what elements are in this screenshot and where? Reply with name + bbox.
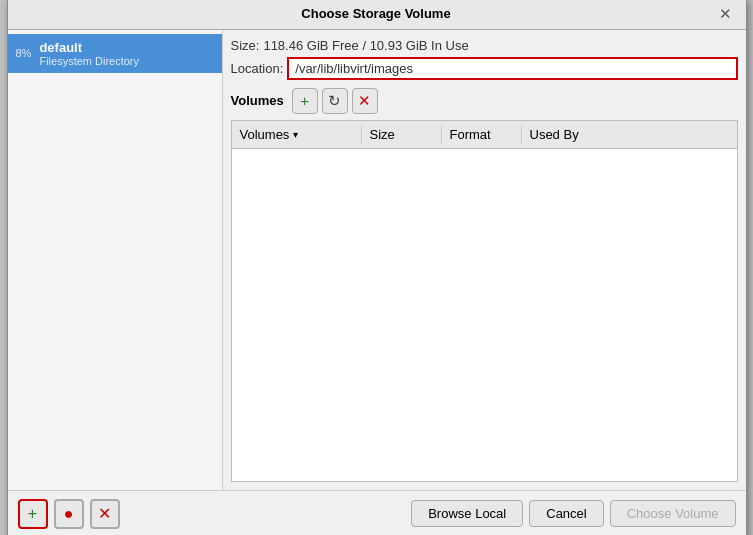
- sidebar-item-percent: 8%: [16, 47, 32, 59]
- location-value: /var/lib/libvirt/images: [287, 57, 737, 80]
- delete-icon: ✕: [358, 92, 371, 110]
- refresh-icon: ↻: [328, 92, 341, 110]
- sidebar-item-text: default Filesystem Directory: [39, 40, 139, 67]
- col-format-header: Format: [442, 125, 522, 144]
- volumes-table: Volumes ▾ Size Format Used By: [231, 120, 738, 482]
- choose-volume-button[interactable]: Choose Volume: [610, 500, 736, 527]
- bottom-delete-button[interactable]: ✕: [90, 499, 120, 529]
- close-button[interactable]: ✕: [715, 5, 736, 23]
- bottom-add-button[interactable]: +: [18, 499, 48, 529]
- bottom-delete-icon: ✕: [98, 504, 111, 523]
- bottom-add-icon: +: [28, 505, 37, 523]
- col-usedby-header: Used By: [522, 125, 737, 144]
- add-icon: +: [300, 92, 309, 109]
- chevron-down-icon: ▾: [293, 129, 298, 140]
- delete-volume-button[interactable]: ✕: [352, 88, 378, 114]
- bottom-record-button[interactable]: ●: [54, 499, 84, 529]
- table-header: Volumes ▾ Size Format Used By: [232, 121, 737, 149]
- browse-local-button[interactable]: Browse Local: [411, 500, 523, 527]
- refresh-volumes-button[interactable]: ↻: [322, 88, 348, 114]
- sidebar-item-name: default: [39, 40, 139, 55]
- cancel-button[interactable]: Cancel: [529, 500, 603, 527]
- col-size-header: Size: [362, 125, 442, 144]
- col-volumes-header[interactable]: Volumes ▾: [232, 125, 362, 144]
- size-label: Size:: [231, 38, 260, 53]
- size-value: 118.46 GiB Free / 10.93 GiB In Use: [263, 38, 468, 53]
- volumes-toolbar: Volumes + ↻ ✕: [231, 88, 738, 114]
- dialog: Choose Storage Volume ✕ 8% default Files…: [7, 0, 747, 535]
- location-label: Location:: [231, 61, 284, 76]
- bottom-bar: + ● ✕ Browse Local Cancel Choose Volume: [8, 490, 746, 536]
- volumes-label: Volumes: [231, 93, 284, 108]
- title-bar: Choose Storage Volume ✕: [8, 0, 746, 30]
- main-panel: Size: 118.46 GiB Free / 10.93 GiB In Use…: [223, 30, 746, 490]
- table-body: [232, 149, 737, 479]
- size-row: Size: 118.46 GiB Free / 10.93 GiB In Use: [231, 38, 738, 53]
- location-row: Location: /var/lib/libvirt/images: [231, 57, 738, 80]
- sidebar-item-default[interactable]: 8% default Filesystem Directory: [8, 34, 222, 73]
- content-area: 8% default Filesystem Directory Size: 11…: [8, 30, 746, 490]
- bottom-record-icon: ●: [64, 505, 74, 523]
- sidebar: 8% default Filesystem Directory: [8, 30, 223, 490]
- sidebar-item-sub: Filesystem Directory: [39, 55, 139, 67]
- add-volume-button[interactable]: +: [292, 88, 318, 114]
- col-volumes-label: Volumes: [240, 127, 290, 142]
- dialog-title: Choose Storage Volume: [38, 6, 715, 21]
